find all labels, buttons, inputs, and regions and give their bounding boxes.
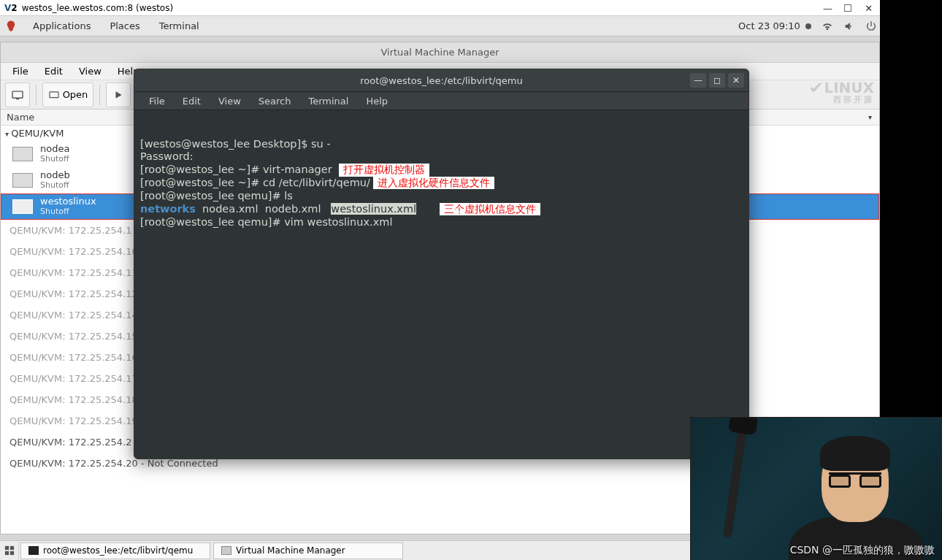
vmm-title: Virtual Machine Manager (1, 42, 879, 63)
terminal-line: [root@westos_lee ~]# cd /etc/libvirt/qem… (140, 177, 743, 190)
vm-state: Shutoff (40, 207, 96, 217)
svg-rect-0 (12, 91, 23, 98)
vmm-icon (221, 546, 231, 555)
power-icon[interactable] (865, 20, 877, 32)
svg-rect-5 (4, 546, 8, 550)
terminal-body[interactable]: [westos@westos_lee Desktop]$ su -Passwor… (134, 110, 748, 256)
terminal-title: root@westos_lee:/etc/libvirt/qemu — ◻ ✕ (134, 69, 748, 91)
terminal-close-button[interactable]: ✕ (728, 73, 744, 88)
webcam-overlay: CSDN @一匹孤独的狼，嗷嗷嗷 (690, 417, 942, 560)
activities-icon[interactable] (4, 20, 18, 33)
network-icon[interactable] (822, 20, 833, 32)
vmm-menu-file[interactable]: File (7, 66, 34, 77)
close-button[interactable]: ✕ (857, 0, 880, 16)
terminal-menu-view[interactable]: View (211, 96, 248, 107)
terminal-line: [root@westos_lee ~]# virt-manager 打开虚拟机控… (140, 164, 743, 177)
vnc-titlebar: V2 westos_lee.westos.com:8 (westos) — ☐ … (0, 0, 880, 16)
csdn-watermark: CSDN @一匹孤独的狼，嗷嗷嗷 (790, 544, 935, 557)
terminal-line: networks nodea.xml nodeb.xml westoslinux… (140, 203, 743, 216)
annotation-label: 进入虚拟化硬件信息文件 (373, 177, 494, 189)
vm-name: westoslinux (40, 196, 96, 207)
terminal-menu-search[interactable]: Search (251, 96, 299, 107)
mouse-cursor-icon: ↖ (452, 202, 462, 217)
vnc-title-text: westos_lee.westos.com:8 (westos) (22, 3, 173, 13)
terminal-line: [root@westos_lee qemu]# ls (140, 190, 743, 203)
svg-rect-1 (16, 98, 19, 99)
svg-rect-2 (50, 91, 58, 97)
terminal-menu-edit[interactable]: Edit (175, 96, 208, 107)
taskbar-item-terminal[interactable]: root@westos_lee:/etc/libvirt/qemu (20, 542, 210, 559)
maximize-button[interactable]: ☐ (838, 0, 857, 16)
taskbar-item-vmm[interactable]: Virtual Machine Manager (213, 542, 403, 559)
gnome-top-bar: Applications Places Terminal Oct 23 09:1… (0, 16, 880, 37)
vnc-logo: V2 (4, 3, 18, 13)
linux-watermark: ✔LINUX 西部开源 (811, 80, 874, 104)
minimize-button[interactable]: — (818, 0, 838, 16)
clock[interactable]: Oct 23 09:10 (738, 20, 811, 31)
annotation-label: 打开虚拟机控制器 (339, 164, 429, 176)
volume-icon[interactable] (843, 20, 855, 32)
terminal-line: [westos@westos_lee Desktop]$ su - (140, 138, 743, 151)
svg-rect-7 (4, 551, 8, 555)
vm-state: Shutoff (40, 181, 70, 191)
vm-state: Shutoff (40, 155, 69, 164)
monitor-icon (12, 147, 33, 161)
terminal-maximize-button[interactable]: ◻ (709, 73, 725, 88)
workspace-switcher[interactable] (0, 541, 19, 561)
terminal-menubar: File Edit View Search Terminal Help (134, 91, 748, 110)
run-vm-button[interactable] (106, 83, 131, 107)
terminal-line: [root@westos_lee qemu]# vim westoslinux.… (140, 216, 743, 229)
gnome-menu-terminal[interactable]: Terminal (150, 20, 209, 31)
vmm-menu-edit[interactable]: Edit (39, 66, 69, 77)
new-vm-button[interactable] (5, 83, 30, 107)
terminal-line: Password: (140, 150, 743, 164)
vmm-menu-view[interactable]: View (73, 66, 107, 77)
terminal-menu-terminal[interactable]: Terminal (301, 96, 356, 107)
terminal-menu-help[interactable]: Help (359, 96, 395, 107)
svg-rect-8 (9, 551, 13, 555)
vm-name: nodea (40, 144, 69, 155)
vm-name: nodeb (40, 170, 70, 181)
terminal-menu-file[interactable]: File (142, 96, 172, 107)
terminal-minimize-button[interactable]: — (690, 73, 706, 88)
monitor-icon (12, 173, 33, 188)
terminal-window: root@westos_lee:/etc/libvirt/qemu — ◻ ✕ … (134, 69, 749, 459)
open-vm-button[interactable]: Open (42, 83, 93, 107)
svg-rect-6 (9, 546, 13, 550)
gnome-menu-places[interactable]: Places (100, 20, 149, 31)
monitor-icon (12, 199, 33, 214)
gnome-menu-applications[interactable]: Applications (23, 20, 100, 31)
terminal-icon (28, 546, 39, 555)
